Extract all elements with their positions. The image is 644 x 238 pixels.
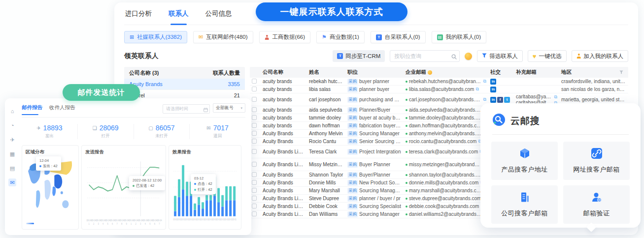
home-icon: ⌂ (11, 108, 14, 114)
table-row[interactable]: acuity brandsrebekah hutchens采购buyer pla… (250, 78, 628, 86)
linkedin-icon[interactable]: in (490, 97, 496, 103)
envelope-icon: ✉ (206, 125, 210, 131)
position-tag: 采购 (347, 162, 358, 168)
source-chip-5[interactable]: T自采联系人(0) (371, 31, 426, 43)
one-click-optimize-button[interactable]: ♥ 一键优选 (528, 50, 567, 62)
source-chip-6[interactable]: ▤我的联系人(0) (432, 31, 487, 43)
cloud-mail-search-panel: 云邮搜 产品搜客户地址网址搜客户邮箱公司搜客户邮箱邮箱验证 (480, 103, 641, 228)
cell-position: 采购buyer at acuity bran (345, 115, 404, 121)
row-checkbox[interactable] (252, 97, 257, 102)
region-distribution-card: 区域分布 12-04 (22, 145, 79, 230)
stat-label: 打开 (102, 133, 110, 139)
position-tag: 采购 (347, 188, 358, 194)
copy-icon[interactable]: ⧉ (483, 97, 486, 102)
row-checkbox[interactable] (252, 196, 257, 201)
report-icon[interactable]: ▤ (8, 164, 16, 172)
search-input[interactable] (390, 50, 460, 62)
cell-company: Acuity Brands (261, 131, 307, 136)
cell-company: acuity brands (261, 97, 307, 102)
source-chip-3[interactable]: 工商数据(66) (259, 31, 310, 43)
region-filter-icon[interactable] (619, 69, 623, 75)
linkedin-icon[interactable]: in (490, 87, 496, 92)
chart-title: 区域分布 (26, 149, 75, 155)
source-chip-4[interactable]: ⚑商业数据(1) (316, 31, 365, 43)
row-checkbox[interactable] (252, 123, 257, 128)
mail-icon[interactable]: ✉ (8, 178, 16, 186)
email-status-dot (406, 151, 407, 153)
email-status-dot (406, 109, 407, 111)
cell-company: acuity brands (261, 79, 307, 84)
feature-2-button[interactable]: 网址搜客户邮箱 (563, 142, 630, 180)
feature-3-button[interactable]: 公司搜客户邮箱 (491, 185, 558, 224)
svg-text:2: 2 (93, 222, 95, 225)
filter-contacts-button[interactable]: 筛选联系人 (477, 50, 523, 62)
twitter-icon[interactable]: t (504, 97, 510, 103)
cell-name: Missy Metzinger (307, 162, 345, 167)
row-checkbox[interactable] (252, 180, 257, 185)
table-row[interactable]: acuity brandslibia salas采购planner buyerl… (250, 86, 628, 93)
svg-text:9: 9 (126, 222, 128, 225)
row-checkbox[interactable] (252, 149, 257, 154)
email-stat-4: ✉7017退回 (190, 124, 245, 139)
folder-open-icon: ❏ (93, 125, 97, 131)
row-checkbox[interactable] (252, 107, 257, 112)
tab-1[interactable]: 进口分析 (124, 8, 153, 20)
email-status-dot (406, 213, 407, 215)
row-checkbox[interactable] (252, 79, 257, 84)
source-chip-2[interactable]: ✉互联网邮件(480) (193, 31, 253, 43)
calendar-icon (203, 105, 208, 114)
callout-contact-methods: 一键展示联系人联系方式 (256, 2, 407, 21)
clock-icon[interactable]: ◔ (8, 121, 16, 129)
linkedin-icon[interactable]: in (490, 79, 496, 85)
coin-icon[interactable] (465, 53, 472, 60)
cell-social: inft (488, 97, 514, 103)
row-checkbox[interactable] (252, 139, 257, 144)
cell-position: 采购planner / buyer / pr (345, 196, 404, 202)
email-tab-2[interactable]: 收件人报告 (49, 104, 75, 112)
cell-email: shannon.taylor@acuitybrands.com⧉ (404, 172, 488, 178)
feature-4-button[interactable]: 邮箱验证 (563, 185, 630, 224)
row-checkbox[interactable] (252, 162, 257, 167)
send-report-card: 发送报告 08-04108-04208-04308-04408-04508-04… (81, 145, 166, 230)
row-checkbox[interactable] (252, 115, 257, 120)
cell-email: aida.sepulveda@acuitybrands.com⧉ (404, 107, 488, 113)
facebook-icon[interactable]: f (497, 97, 503, 103)
row-checkbox[interactable] (252, 131, 257, 136)
account-select[interactable]: 全部账号 ▾ (213, 103, 245, 113)
row-checkbox[interactable] (252, 188, 257, 193)
briefcase-icon[interactable]: ▦ (8, 150, 16, 158)
sync-tcrm-button[interactable]: T 同步至T-CRM (333, 50, 385, 62)
row-checkbox[interactable] (252, 204, 257, 208)
clock-icon: ◔ (11, 122, 14, 128)
email-tab-1[interactable]: 邮件报告 (22, 104, 42, 112)
date-range-input[interactable] (163, 104, 210, 114)
svg-text:3: 3 (140, 222, 141, 225)
chip-label: 互联网邮件(480) (206, 33, 247, 41)
email-status-dot (406, 99, 407, 101)
source-chip-1[interactable]: ⊞社媒联系人(3382) (124, 31, 187, 43)
row-checkbox[interactable] (252, 87, 257, 91)
feature-1-button[interactable]: 产品搜客户地址 (491, 142, 558, 180)
email-hint-icon[interactable] (428, 70, 432, 75)
row-checkbox[interactable] (252, 172, 257, 177)
position-tag: 采购 (347, 107, 358, 113)
add-to-my-contacts-button[interactable]: 加入我的联系人 (572, 50, 629, 62)
mail-icon: ✉ (199, 34, 203, 40)
send-icon[interactable]: ✈ (8, 136, 16, 144)
svg-text:8: 8 (121, 222, 123, 225)
stat-label: 未打开 (155, 133, 168, 139)
stat-value: 28069 (100, 124, 119, 132)
home-icon[interactable]: ⌂ (8, 107, 16, 115)
copy-icon[interactable]: ⧉ (554, 94, 557, 100)
copy-icon[interactable]: ⧉ (483, 79, 486, 84)
company-row[interactable]: Acuity Brands3355 (124, 79, 245, 90)
map-legend (26, 223, 34, 224)
row-checkbox[interactable] (252, 211, 257, 216)
stat-label: 退回 (213, 133, 222, 139)
funnel-icon (482, 53, 487, 59)
tab-2[interactable]: 联系人 (168, 8, 190, 20)
email-status-dot (406, 81, 407, 83)
tab-3[interactable]: 公司信息 (204, 8, 233, 20)
copy-icon[interactable]: ⧉ (475, 87, 478, 92)
cell-email: carl.josephson@acuitybrands.com⧉ (404, 97, 488, 102)
